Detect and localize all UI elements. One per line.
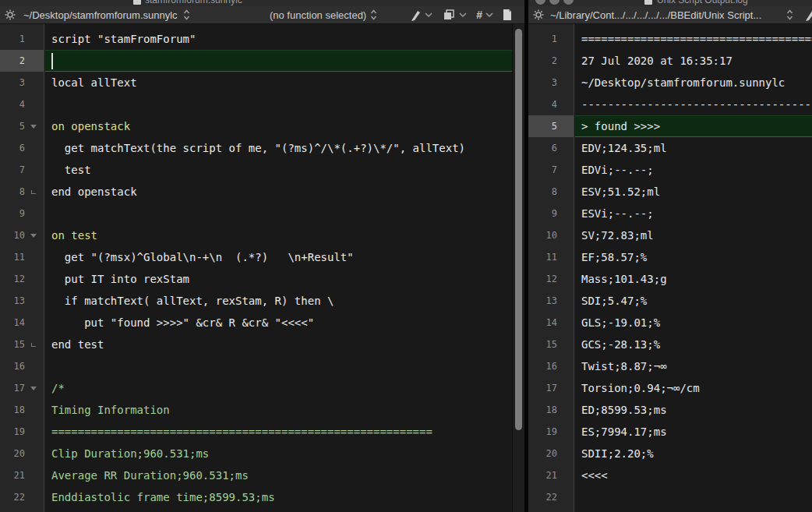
line-number-label: 18 bbox=[546, 404, 557, 415]
code-line[interactable]: SDI;5.47;% bbox=[575, 290, 812, 312]
line-number: 14 bbox=[0, 312, 44, 334]
line-number: 13 bbox=[0, 290, 44, 312]
fold-toggle-icon[interactable] bbox=[30, 234, 37, 238]
code-line[interactable]: Timing Information bbox=[45, 399, 512, 421]
code-line[interactable]: Average RR Duration;960.531;ms bbox=[45, 464, 512, 486]
code-line[interactable] bbox=[575, 486, 812, 508]
line-number: 17 bbox=[0, 377, 44, 399]
code-line[interactable]: > found >>>> bbox=[575, 115, 812, 137]
line-number-label: 6 bbox=[552, 143, 557, 154]
line-number-gutter: 12345678910111213141516171819202122 bbox=[528, 24, 574, 512]
code-line[interactable] bbox=[45, 203, 512, 224]
code-line[interactable]: script "stamFromForum" bbox=[45, 28, 512, 50]
line-number: 14 bbox=[528, 312, 574, 334]
code-line[interactable]: Enddiastolic frame time;8599.53;ms bbox=[45, 486, 512, 508]
line-number: 5 bbox=[528, 115, 574, 137]
code-line[interactable]: ESV;51.52;ml bbox=[575, 181, 812, 203]
code-line[interactable]: Torsion;0.94;¬∞/cm bbox=[575, 377, 812, 399]
code-line[interactable]: Twist;8.87;¬∞ bbox=[575, 355, 812, 377]
code-line-text: script "stamFromForum" bbox=[45, 33, 196, 45]
file-path-menu[interactable]: ~/Desktop/stamfromforum.sunnylc bbox=[23, 9, 178, 21]
zoom-button[interactable] bbox=[563, 0, 574, 5]
gear-icon[interactable] bbox=[5, 9, 16, 20]
code-line[interactable]: ----------------------------------------… bbox=[575, 94, 812, 115]
code-line[interactable]: end openstack bbox=[45, 181, 512, 203]
code-line[interactable]: SDII;2.20;% bbox=[575, 443, 812, 464]
fold-toggle-icon[interactable] bbox=[30, 387, 37, 390]
line-number: 9 bbox=[528, 203, 574, 224]
code-line[interactable]: 27 Jul 2020 at 16:35:17 bbox=[575, 50, 812, 72]
code-line-text bbox=[45, 360, 51, 373]
code-line[interactable]: put IT into rexStam bbox=[45, 268, 512, 290]
code-line-text: put "found >>>>" &cr& R &cr& "<<<<" bbox=[45, 316, 314, 329]
code-line[interactable]: get matchText(the script of me, "(?ms)^/… bbox=[45, 137, 512, 159]
chevron-up-down-icon[interactable] bbox=[183, 9, 190, 20]
output-area[interactable]: ========================================… bbox=[575, 24, 812, 512]
line-number-label: 3 bbox=[552, 77, 557, 88]
function-popup[interactable]: (no function selected) bbox=[270, 9, 366, 21]
line-number: 12 bbox=[528, 268, 574, 290]
code-line[interactable]: EDVi;--.--; bbox=[575, 159, 812, 181]
chevron-up-down-icon[interactable] bbox=[786, 9, 793, 20]
code-line[interactable]: ED;8599.53;ms bbox=[575, 399, 812, 421]
fold-toggle-icon[interactable] bbox=[30, 125, 37, 129]
code-line-text: SDII;2.20;% bbox=[575, 447, 654, 460]
line-number-menu[interactable]: # bbox=[476, 9, 482, 21]
code-line-text: SV;72.83;ml bbox=[575, 229, 654, 242]
file-path-menu[interactable]: ~/Library/Cont.../.../.../.../.../BBEdit… bbox=[550, 9, 761, 21]
code-area[interactable]: script "stamFromForum"local allTexton op… bbox=[45, 24, 512, 512]
code-line[interactable] bbox=[45, 355, 512, 377]
close-button[interactable] bbox=[535, 0, 545, 5]
line-number-label: 4 bbox=[19, 99, 25, 110]
code-line[interactable]: test bbox=[45, 159, 512, 181]
code-line[interactable]: EDV;124.35;ml bbox=[575, 137, 812, 159]
scrollbar-thumb[interactable] bbox=[515, 29, 522, 430]
marker-pen-icon[interactable] bbox=[408, 9, 421, 21]
code-line[interactable] bbox=[45, 94, 512, 115]
line-number: 3 bbox=[0, 72, 44, 94]
line-number-label: 14 bbox=[546, 317, 557, 328]
code-line[interactable]: local allText bbox=[45, 72, 512, 94]
code-line[interactable]: on test bbox=[45, 224, 512, 246]
vertical-scrollbar[interactable] bbox=[512, 24, 524, 512]
code-line[interactable]: ========================================… bbox=[575, 28, 812, 50]
code-line[interactable]: put "found >>>>" &cr& R &cr& "<<<<" bbox=[45, 312, 512, 334]
document-proxy-icon bbox=[133, 0, 141, 5]
marker-pen-icon[interactable] bbox=[803, 9, 812, 21]
code-line[interactable]: ========================================… bbox=[45, 421, 512, 443]
line-number-label: 13 bbox=[546, 295, 557, 306]
code-line[interactable] bbox=[45, 50, 512, 72]
chevron-down-icon[interactable] bbox=[485, 12, 493, 17]
code-line[interactable]: Clip Duration;960.531;ms bbox=[45, 443, 512, 464]
document-icon[interactable] bbox=[503, 9, 512, 20]
line-number: 22 bbox=[528, 486, 574, 508]
minimize-button[interactable] bbox=[549, 0, 560, 5]
chevron-down-icon[interactable] bbox=[425, 12, 432, 17]
code-line[interactable]: on openstack bbox=[45, 115, 512, 137]
code-line[interactable]: end test bbox=[45, 334, 512, 355]
code-line-text: Torsion;0.94;¬∞/cm bbox=[575, 382, 700, 394]
chevron-up-down-icon[interactable] bbox=[370, 9, 377, 20]
chevron-down-icon[interactable] bbox=[459, 12, 467, 17]
code-line[interactable]: get "(?msx)^Global\n-+\n (.*?) \n+Result… bbox=[45, 246, 512, 268]
code-line[interactable]: <<<< bbox=[575, 464, 812, 486]
right-editor: 12345678910111213141516171819202122 ====… bbox=[528, 24, 812, 512]
gear-icon[interactable] bbox=[533, 9, 544, 20]
code-line[interactable]: ~/Desktop/stamfromforum.sunnylc bbox=[575, 72, 812, 94]
code-line[interactable]: if matchText( allText, rexStam, R) then … bbox=[45, 290, 512, 312]
code-line[interactable]: ES;7994.17;ms bbox=[575, 421, 812, 443]
counterparts-icon[interactable] bbox=[443, 9, 454, 20]
code-line-text bbox=[575, 491, 581, 503]
code-line[interactable]: EF;58.57;% bbox=[575, 246, 812, 268]
line-number: 11 bbox=[528, 246, 574, 268]
code-line[interactable]: SV;72.83;ml bbox=[575, 224, 812, 246]
code-line-text: Twist;8.87;¬∞ bbox=[575, 360, 667, 373]
script-editor-window: stamfromforum.sunnylc ~/Desktop/stamfrom… bbox=[0, 0, 524, 512]
code-line[interactable]: GCS;-28.13;% bbox=[575, 334, 812, 355]
code-line[interactable]: Mass;101.43;g bbox=[575, 268, 812, 290]
line-number: 15 bbox=[528, 334, 574, 355]
code-line-text: EF;58.57;% bbox=[575, 251, 647, 263]
code-line[interactable]: GLS;-19.01;% bbox=[575, 312, 812, 334]
code-line[interactable]: ESVi;--.--; bbox=[575, 203, 812, 224]
code-line[interactable]: /* bbox=[45, 377, 512, 399]
